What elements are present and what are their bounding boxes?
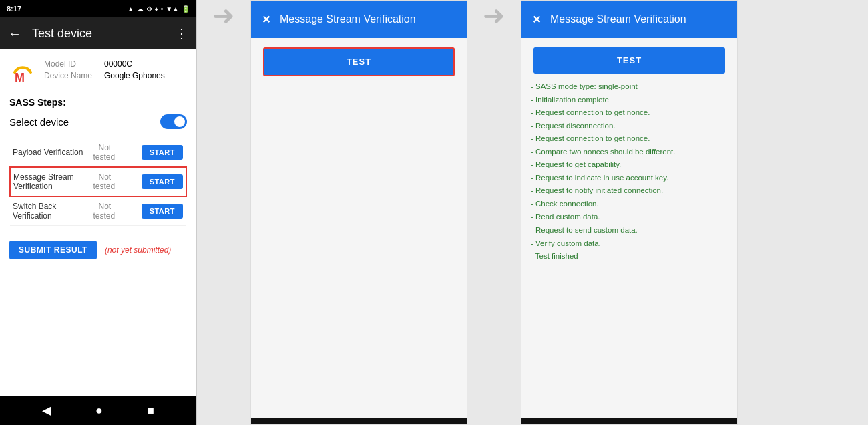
device-name-value: Google Gphones <box>104 71 165 80</box>
dialog-1-bottom-bar <box>251 418 467 424</box>
dialog-1-title: Message Stream Verification <box>280 13 416 25</box>
submit-section: SUBMIT RESULT (not yet submitted) <box>0 234 196 266</box>
model-id-value: 00000C <box>104 59 132 69</box>
device-info-section: M Model ID 00000C Device Name Google Gph… <box>0 49 196 90</box>
device-name-label: Device Name <box>44 71 97 80</box>
dialog-2-header: ✕ Message Stream Verification <box>521 1 737 38</box>
dialog-screen-2: ✕ Message Stream Verification TEST - SAS… <box>521 0 738 425</box>
select-device-row: Select device <box>9 114 187 129</box>
message-stream-row: Message StreamVerification Not tested ST… <box>10 167 186 196</box>
submit-status: (not yet submitted) <box>105 245 171 255</box>
status-icons: ▲☁⚙♦• ▼▲🔋 <box>128 5 190 13</box>
result-item: - Request to get capability. <box>531 158 728 172</box>
dialog-1-content: TEST <box>251 38 467 418</box>
result-item: - Request connection to get nonce. <box>531 106 728 120</box>
dialog-1-test-container: TEST <box>260 47 457 76</box>
app-bar-title: Test device <box>32 27 175 41</box>
payload-status: Not tested <box>93 143 121 162</box>
device-details: Model ID 00000C Device Name Google Gphon… <box>44 59 165 80</box>
dialog-1-header: ✕ Message Stream Verification <box>251 1 467 38</box>
message-stream-status: Not tested <box>93 172 121 191</box>
svg-text:M: M <box>15 71 25 83</box>
device-logo-icon: M <box>9 56 36 83</box>
back-nav-button[interactable]: ◀ <box>42 403 51 418</box>
arrow-1: ➜ <box>197 0 250 31</box>
dialog-screen-1: ✕ Message Stream Verification TEST <box>250 0 467 425</box>
payload-start-button[interactable]: START <box>142 145 183 160</box>
phone-nav-bar: ◀ ● ■ <box>0 396 196 425</box>
app-bar: ← Test device ⋮ <box>0 17 196 49</box>
dialog-2-test-button[interactable]: TEST <box>533 47 725 74</box>
arrow-right-icon: ➜ <box>212 0 235 31</box>
select-device-toggle[interactable] <box>160 114 187 129</box>
dialog-2-test-container: TEST <box>531 47 728 74</box>
result-item: - Verify custom data. <box>531 237 728 251</box>
result-item: - Request connection to get nonce. <box>531 132 728 146</box>
home-nav-button[interactable]: ● <box>95 404 103 418</box>
payload-verification-row: Payload Verification Not tested START <box>10 138 186 167</box>
result-item: - Read custom data. <box>531 210 728 224</box>
switch-back-status: Not tested <box>93 202 121 221</box>
phone-screen: 8:17 ▲☁⚙♦• ▼▲🔋 ← Test device ⋮ M Model I… <box>0 0 197 425</box>
back-button[interactable]: ← <box>8 26 21 41</box>
recents-nav-button[interactable]: ■ <box>147 404 154 418</box>
model-id-label: Model ID <box>44 59 97 69</box>
switch-back-start-button[interactable]: START <box>142 204 183 219</box>
dialog-2-bottom-bar <box>521 418 737 424</box>
dialog-2-close-button[interactable]: ✕ <box>532 13 541 26</box>
result-item: - Request to send custom data. <box>531 224 728 237</box>
result-item: - Test finished <box>531 250 728 263</box>
status-bar: 8:17 ▲☁⚙♦• ▼▲🔋 <box>0 0 196 17</box>
arrow-right-2-icon: ➜ <box>483 0 505 31</box>
sass-section: SASS Steps: Select device Payload Verifi… <box>0 90 196 234</box>
result-item: - Request to indicate in use account key… <box>531 172 728 185</box>
results-list: - SASS mode type: single-point- Initiali… <box>531 80 728 263</box>
sass-title: SASS Steps: <box>9 97 187 108</box>
submit-result-button[interactable]: SUBMIT RESULT <box>9 241 97 259</box>
dialog-1-close-button[interactable]: ✕ <box>262 13 270 26</box>
result-item: - Request disconnection. <box>531 120 728 133</box>
message-stream-start-button[interactable]: START <box>142 174 183 189</box>
more-options-button[interactable]: ⋮ <box>175 25 188 41</box>
arrow-2: ➜ <box>467 0 521 31</box>
result-item: - Request to notify initiated connection… <box>531 184 728 198</box>
dialog-2-content: TEST - SASS mode type: single-point- Ini… <box>521 38 737 418</box>
result-item: - Compare two nonces should be different… <box>531 146 728 159</box>
result-item: - SASS mode type: single-point <box>531 80 728 94</box>
payload-label: Payload Verification <box>13 148 83 157</box>
steps-table: Payload Verification Not tested START Me… <box>9 138 187 226</box>
dialog-1-test-button[interactable]: TEST <box>263 47 455 76</box>
switch-back-row: Switch Back Verification Not tested STAR… <box>10 196 186 226</box>
result-item: - Initialization complete <box>531 94 728 107</box>
select-device-label: Select device <box>9 116 69 128</box>
switch-back-label: Switch Back Verification <box>13 202 56 221</box>
dialog-2-title: Message Stream Verification <box>550 13 686 25</box>
status-time: 8:17 <box>7 5 21 13</box>
message-stream-label: Message StreamVerification <box>13 172 74 191</box>
result-item: - Check connection. <box>531 198 728 211</box>
